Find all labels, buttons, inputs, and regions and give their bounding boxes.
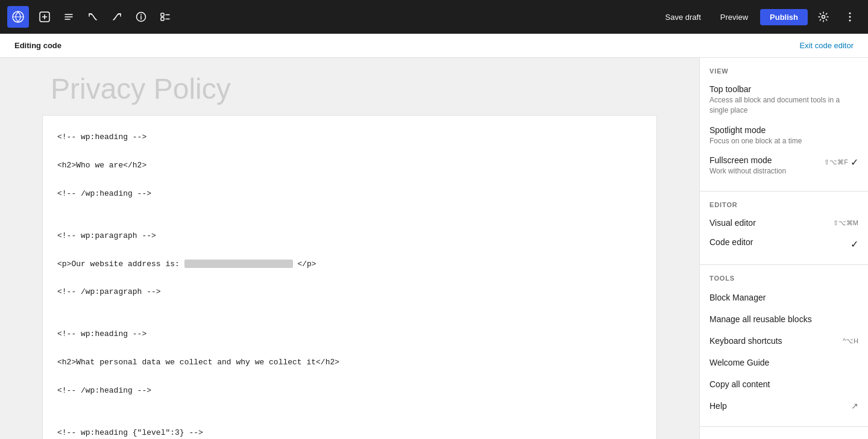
add-block-button[interactable] [34,6,55,28]
block-manager-item[interactable]: Block Manager [700,287,868,308]
code-line: <!-- /wp:heading --> [57,189,151,198]
preferences-section: Preferences [700,427,868,439]
undo-button[interactable] [82,6,104,28]
fullscreen-shortcut: ⇧⌥⌘F [824,158,848,166]
svg-point-14 [849,20,851,22]
code-editing-bar: Editing code Exit code editor [0,34,868,58]
code-line: <h2>Who we are</h2> [57,161,146,170]
code-line: <h2>What personal data we collect and wh… [57,358,339,367]
redo-button[interactable] [106,6,128,28]
code-editor-right: ✓ [851,237,858,250]
editor-section: EDITOR Visual editor ⇧⌥⌘M Code editor ✓ [700,191,868,265]
list-view-button[interactable] [154,6,176,28]
spotlight-mode-label: Spotlight mode [709,125,858,135]
reusable-blocks-label: Manage all reusable blocks [709,314,812,324]
toolbar-left [7,6,176,28]
svg-point-11 [822,16,825,19]
code-editor-label: Code editor [709,237,846,247]
code-editor-item[interactable]: Code editor ✓ [700,232,868,255]
preferences-item[interactable]: Preferences [700,437,868,439]
code-editor-block[interactable]: <!-- wp:heading --> <h2>Who we are</h2> … [42,115,657,439]
main-content: Privacy Policy <!-- wp:heading --> <h2>W… [0,58,868,439]
top-toolbar-text: Top toolbar Access all block and documen… [709,84,858,116]
fullscreen-mode-right: ⇧⌥⌘F ✓ [824,155,858,168]
fullscreen-mode-text: Fullscreen mode Work without distraction [709,155,819,176]
svg-rect-8 [161,17,164,20]
external-link-icon: ↗ [851,401,858,411]
top-toolbar-desc: Access all block and document tools in a… [709,95,858,116]
fullscreen-check-icon: ✓ [851,157,858,168]
svg-point-12 [849,13,851,14]
keyboard-shortcuts-label: Keyboard shortcuts [709,336,782,346]
visual-editor-item[interactable]: Visual editor ⇧⌥⌘M [700,213,868,232]
svg-rect-7 [161,13,164,16]
save-draft-button[interactable]: Save draft [658,9,708,25]
keyboard-shortcuts-item[interactable]: Keyboard shortcuts ^⌥H [700,330,868,352]
code-editor-check-icon: ✓ [851,238,858,250]
editor-area: Privacy Policy <!-- wp:heading --> <h2>W… [0,58,699,439]
block-manager-label: Block Manager [709,293,766,302]
visual-editor-right: ⇧⌥⌘M [833,218,858,227]
visual-editor-shortcut: ⇧⌥⌘M [833,219,858,227]
visual-editor-label: Visual editor [709,218,828,228]
visual-editor-text: Visual editor [709,218,828,228]
main-toolbar: Save draft Preview Publish [0,0,868,34]
code-editor-text: Code editor [709,237,846,247]
spotlight-mode-text: Spotlight mode Focus on one block at a t… [709,125,858,146]
fullscreen-mode-item[interactable]: Fullscreen mode Work without distraction… [700,151,868,181]
tools-section-title: TOOLS [700,275,868,287]
view-section-title: VIEW [700,67,868,79]
preview-button[interactable]: Preview [713,9,755,25]
tools-section: TOOLS Block Manager Manage all reusable … [700,265,868,427]
fullscreen-mode-label: Fullscreen mode [709,155,819,165]
code-bar-label: Editing code [14,41,61,50]
code-line: <!-- wp:heading --> [57,329,146,338]
code-line: <!-- wp:heading {"level":3} --> [57,428,203,437]
code-line: <!-- wp:heading --> [57,132,146,142]
help-item[interactable]: Help ↗ [700,395,868,417]
publish-button[interactable]: Publish [760,9,808,25]
details-button[interactable] [130,6,152,28]
code-line: <p>Our website address is: </p> [57,260,316,269]
help-label: Help [709,401,727,411]
toolbar-right: Save draft Preview Publish [658,6,861,28]
settings-button[interactable] [813,6,834,28]
code-line: <!-- /wp:paragraph --> [57,287,161,296]
page-title: Privacy Policy [51,72,231,105]
wp-logo-button[interactable] [7,6,29,28]
keyboard-shortcuts-shortcut: ^⌥H [843,337,858,345]
exit-code-editor-button[interactable]: Exit code editor [799,41,854,50]
copy-all-content-item[interactable]: Copy all content [700,373,868,395]
more-options-button[interactable] [839,6,861,28]
top-toolbar-label: Top toolbar [709,84,858,94]
top-toolbar-item[interactable]: Top toolbar Access all block and documen… [700,79,868,120]
copy-all-content-label: Copy all content [709,379,770,389]
view-section: VIEW Top toolbar Access all block and do… [700,58,868,191]
editor-section-title: EDITOR [700,201,868,213]
svg-point-6 [140,14,142,16]
code-line: <!-- wp:paragraph --> [57,231,156,240]
spotlight-mode-desc: Focus on one block at a time [709,136,858,146]
right-panel: VIEW Top toolbar Access all block and do… [699,58,868,439]
svg-point-13 [849,16,851,18]
welcome-guide-label: Welcome Guide [709,358,769,367]
code-line: <!-- /wp:heading --> [57,386,151,395]
welcome-guide-item[interactable]: Welcome Guide [700,352,868,373]
spotlight-mode-item[interactable]: Spotlight mode Focus on one block at a t… [700,120,868,151]
redacted-content [184,260,293,268]
tools-button[interactable] [58,6,80,28]
fullscreen-mode-desc: Work without distraction [709,166,819,176]
reusable-blocks-item[interactable]: Manage all reusable blocks [700,308,868,330]
